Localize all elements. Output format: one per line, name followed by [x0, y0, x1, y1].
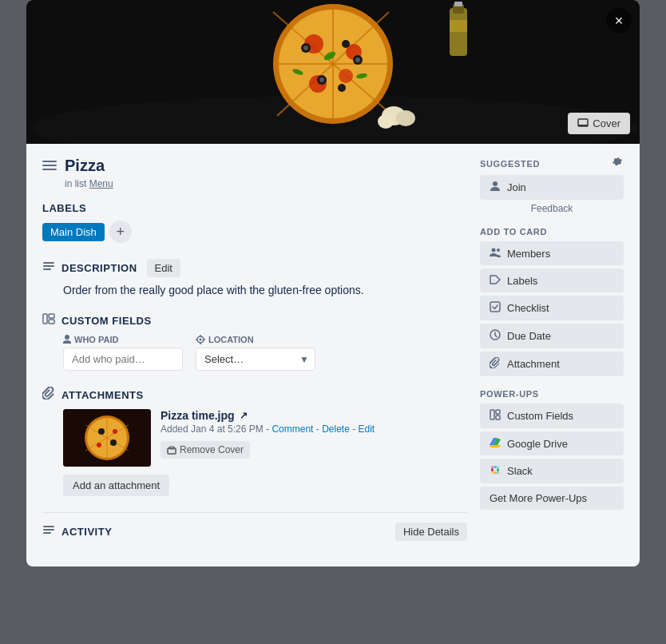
- svg-rect-77: [497, 466, 499, 468]
- google-drive-icon: [490, 437, 501, 450]
- svg-rect-75: [491, 471, 494, 474]
- svg-point-28: [396, 110, 415, 126]
- description-icon: [42, 260, 55, 276]
- comment-link[interactable]: Comment: [272, 423, 313, 435]
- svg-rect-36: [43, 265, 54, 267]
- attachment-thumbnail[interactable]: [63, 409, 151, 467]
- card-header: Pizza in list Menu: [42, 157, 467, 189]
- person-icon: [490, 181, 501, 194]
- cover-btn-label: Cover: [593, 117, 620, 129]
- card-type-icon: [42, 160, 57, 176]
- svg-rect-76: [494, 466, 497, 468]
- who-paid-input[interactable]: [63, 348, 183, 371]
- svg-rect-59: [43, 526, 54, 527]
- edit-link[interactable]: Edit: [358, 423, 375, 435]
- svg-rect-39: [49, 314, 54, 318]
- svg-rect-72: [497, 468, 499, 471]
- feedback-link[interactable]: Feedback: [480, 203, 624, 214]
- slack-icon: [490, 464, 501, 478]
- remove-cover-button[interactable]: Remove Cover: [161, 441, 250, 459]
- delete-link[interactable]: Delete: [322, 423, 350, 435]
- svg-rect-32: [42, 161, 57, 162]
- activity-section: Activity Hide Details: [42, 512, 467, 541]
- who-paid-label: WHO PAID: [63, 335, 183, 344]
- due-date-button[interactable]: Due Date: [480, 324, 624, 348]
- custom-fields-power-up-icon: [490, 409, 501, 423]
- description-edit-button[interactable]: Edit: [147, 259, 180, 277]
- power-ups-title: POWER-UPS: [480, 389, 624, 399]
- description-section: Description Edit Order from the really g…: [42, 259, 467, 296]
- external-link-icon[interactable]: ↗: [240, 410, 248, 421]
- cover-image: [26, 0, 640, 144]
- list-link[interactable]: Menu: [89, 178, 113, 189]
- svg-point-53: [98, 428, 105, 435]
- labels-icon: [490, 274, 501, 287]
- svg-point-62: [493, 181, 498, 186]
- slack-button[interactable]: Slack: [480, 459, 624, 483]
- svg-rect-65: [490, 302, 500, 312]
- svg-point-19: [338, 84, 346, 92]
- suggested-section: SUGGESTED Join Feedback: [480, 157, 624, 214]
- cover-button[interactable]: Cover: [568, 113, 630, 134]
- svg-rect-70: [491, 468, 494, 471]
- location-field: LOCATION Select… Dine-in Delivery Takeou…: [196, 335, 315, 371]
- close-button[interactable]: ×: [606, 8, 632, 34]
- members-icon: [490, 247, 501, 260]
- members-button[interactable]: Members: [480, 241, 624, 265]
- svg-rect-69: [496, 415, 500, 419]
- get-more-power-ups-button[interactable]: Get More Power-Ups: [480, 487, 624, 510]
- join-button[interactable]: Join: [480, 175, 624, 200]
- svg-rect-60: [43, 529, 54, 531]
- attachment-button[interactable]: Attachment: [480, 352, 624, 376]
- attachments-icon: [42, 387, 55, 403]
- attachments-section: Attachments: [42, 387, 467, 496]
- location-select[interactable]: Select… Dine-in Delivery Takeout: [196, 348, 315, 371]
- attachment-info: Pizza time.jpg ↗ Added Jan 4 at 5:26 PM …: [161, 409, 467, 459]
- svg-rect-71: [491, 466, 494, 468]
- labels-button[interactable]: Labels: [480, 268, 624, 292]
- add-label-button[interactable]: +: [109, 221, 132, 243]
- svg-rect-35: [43, 262, 54, 264]
- location-select-wrap: Select… Dine-in Delivery Takeout ▼: [196, 348, 315, 371]
- main-content: Pizza in list Menu LABELS Main Dish: [42, 157, 467, 547]
- attachment-icon: [490, 357, 501, 371]
- google-drive-button[interactable]: Google Drive: [480, 431, 624, 455]
- add-to-card-section: ADD TO CARD Members Labels: [480, 227, 624, 376]
- label-main-dish[interactable]: Main Dish: [42, 223, 105, 241]
- description-text: Order from the really good place with th…: [63, 284, 467, 296]
- location-label: LOCATION: [196, 335, 315, 344]
- checklist-icon: [490, 301, 501, 315]
- svg-point-29: [378, 114, 394, 129]
- svg-rect-74: [494, 471, 497, 474]
- svg-rect-33: [42, 165, 57, 166]
- activity-title: Activity: [61, 526, 112, 538]
- custom-fields-power-up-button[interactable]: Custom Fields: [480, 403, 624, 428]
- svg-point-18: [342, 40, 350, 48]
- due-date-icon: [490, 329, 501, 343]
- card-title: Pizza: [65, 157, 113, 175]
- custom-fields-grid: WHO PAID LOCATION Select…: [63, 335, 467, 371]
- description-title: Description: [61, 262, 137, 274]
- add-attachment-button[interactable]: Add an attachment: [63, 475, 169, 496]
- sidebar: SUGGESTED Join Feedback: [480, 157, 624, 547]
- cover-area: Cover ×: [26, 0, 640, 144]
- svg-rect-26: [450, 20, 467, 32]
- svg-point-63: [492, 248, 496, 252]
- labels-section: LABELS Main Dish +: [42, 202, 467, 243]
- svg-rect-25: [454, 2, 462, 6]
- labels-area: Main Dish +: [42, 221, 467, 243]
- hide-details-button[interactable]: Hide Details: [395, 523, 467, 541]
- card-modal: Cover × Pizza in list Me: [26, 0, 640, 566]
- svg-point-55: [97, 443, 101, 447]
- checklist-button[interactable]: Checklist: [480, 296, 624, 320]
- activity-icon: [42, 524, 55, 540]
- gear-button[interactable]: [612, 157, 624, 170]
- svg-point-11: [339, 69, 353, 83]
- attachment-item: Pizza time.jpg ↗ Added Jan 4 at 5:26 PM …: [63, 409, 467, 467]
- svg-rect-61: [43, 532, 51, 534]
- svg-rect-67: [490, 410, 494, 419]
- svg-point-13: [303, 46, 308, 50]
- svg-rect-73: [497, 471, 499, 474]
- svg-rect-38: [43, 314, 47, 324]
- svg-rect-40: [49, 320, 54, 324]
